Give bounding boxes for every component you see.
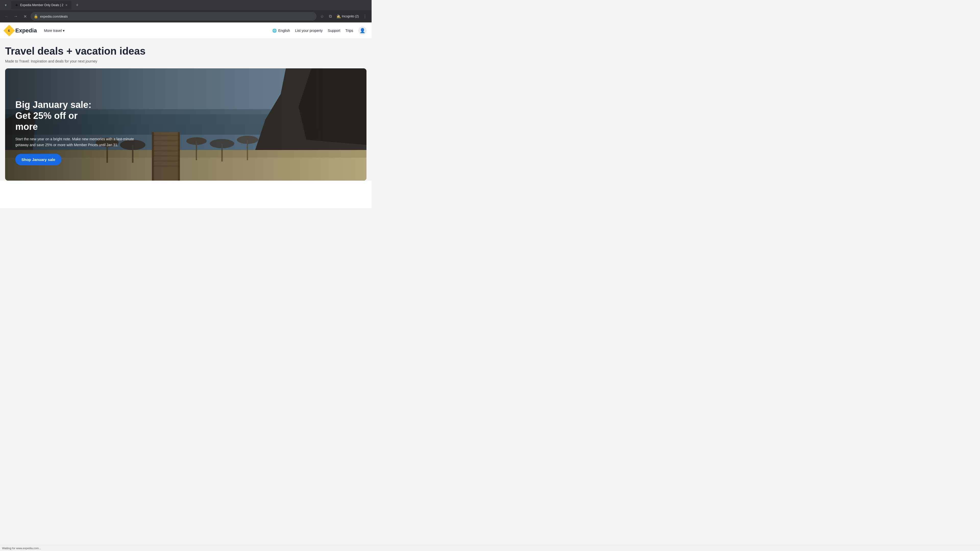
url-text: expedia.com/deals bbox=[40, 14, 313, 18]
tab-group-icon: ▾ bbox=[5, 3, 6, 7]
language-button[interactable]: 🌐 English bbox=[272, 29, 290, 33]
incognito-icon: 🕵 bbox=[336, 14, 341, 18]
support-link[interactable]: Support bbox=[328, 29, 340, 33]
split-icon: ⧉ bbox=[329, 14, 332, 19]
new-tab-button[interactable]: + bbox=[73, 2, 81, 9]
hero-content: Big January sale:Get 25% off ormore Star… bbox=[15, 99, 138, 165]
globe-icon: 🌐 bbox=[272, 29, 277, 33]
url-security-icon: 🔒 bbox=[34, 14, 38, 18]
header-left: E Expedia More travel ▾ bbox=[5, 27, 65, 35]
more-travel-chevron-icon: ▾ bbox=[63, 29, 65, 33]
address-bar: ← → ✕ 🔒 expedia.com/deals ☆ ⧉ 🕵 Incognit… bbox=[0, 10, 372, 22]
more-travel-button[interactable]: More travel ▾ bbox=[43, 27, 65, 35]
hero-banner: Big January sale:Get 25% off ormore Star… bbox=[5, 68, 366, 181]
forward-button[interactable]: → bbox=[12, 13, 19, 20]
address-bar-actions: ☆ ⧉ 🕵 Incognito (2) ⋮ bbox=[318, 13, 369, 20]
reload-button[interactable]: ✕ bbox=[21, 13, 29, 20]
reload-icon: ✕ bbox=[24, 14, 27, 19]
browser-menu-icon: ⋮ bbox=[363, 14, 367, 19]
expedia-logo[interactable]: E Expedia bbox=[5, 27, 37, 35]
tab-close-button[interactable]: × bbox=[65, 3, 67, 7]
back-button[interactable]: ← bbox=[3, 13, 10, 20]
split-screen-button[interactable]: ⧉ bbox=[327, 13, 334, 20]
hero-description: Start the new year on a bright note. Mak… bbox=[15, 136, 138, 148]
header-right: 🌐 English List your property Support Tri… bbox=[272, 27, 366, 35]
browser-frame: ▾ ✈ Expedia Member Only Deals | 2 × + ← … bbox=[0, 0, 372, 208]
tab-title: Expedia Member Only Deals | 2 bbox=[20, 3, 63, 7]
trips-label: Trips bbox=[345, 29, 353, 33]
trips-link[interactable]: Trips bbox=[345, 29, 353, 33]
user-account-button[interactable]: 👤 bbox=[358, 27, 366, 35]
logo-name: Expedia bbox=[15, 27, 37, 34]
shop-january-sale-button[interactable]: Shop January sale bbox=[15, 154, 62, 165]
tab-group-button[interactable]: ▾ bbox=[2, 2, 9, 9]
site-header: E Expedia More travel ▾ 🌐 English List y… bbox=[0, 22, 372, 39]
more-travel-label: More travel bbox=[44, 29, 62, 33]
page-subtitle: Made to Travel: Inspiration and deals fo… bbox=[5, 59, 366, 63]
back-icon: ← bbox=[5, 14, 9, 19]
hero-title: Big January sale:Get 25% off ormore bbox=[15, 99, 138, 132]
list-property-label: List your property bbox=[295, 29, 323, 33]
url-bar[interactable]: 🔒 expedia.com/deals bbox=[30, 12, 317, 21]
bookmark-icon: ☆ bbox=[320, 14, 324, 19]
forward-icon: → bbox=[14, 14, 18, 19]
active-tab[interactable]: ✈ Expedia Member Only Deals | 2 × bbox=[11, 1, 72, 10]
support-label: Support bbox=[328, 29, 340, 33]
browser-menu-button[interactable]: ⋮ bbox=[361, 13, 369, 20]
page-title: Travel deals + vacation ideas bbox=[5, 45, 366, 57]
user-icon: 👤 bbox=[360, 28, 365, 33]
logo-diamond-text: E bbox=[8, 29, 10, 32]
main-content: Travel deals + vacation ideas Made to Tr… bbox=[0, 39, 372, 181]
webpage: E Expedia More travel ▾ 🌐 English List y… bbox=[0, 22, 372, 208]
incognito-button[interactable]: 🕵 Incognito (2) bbox=[335, 13, 360, 20]
tab-favicon: ✈ bbox=[15, 3, 18, 7]
list-property-link[interactable]: List your property bbox=[295, 29, 323, 33]
bookmark-button[interactable]: ☆ bbox=[318, 13, 326, 20]
language-label: English bbox=[278, 29, 290, 33]
incognito-label: Incognito (2) bbox=[342, 14, 359, 18]
